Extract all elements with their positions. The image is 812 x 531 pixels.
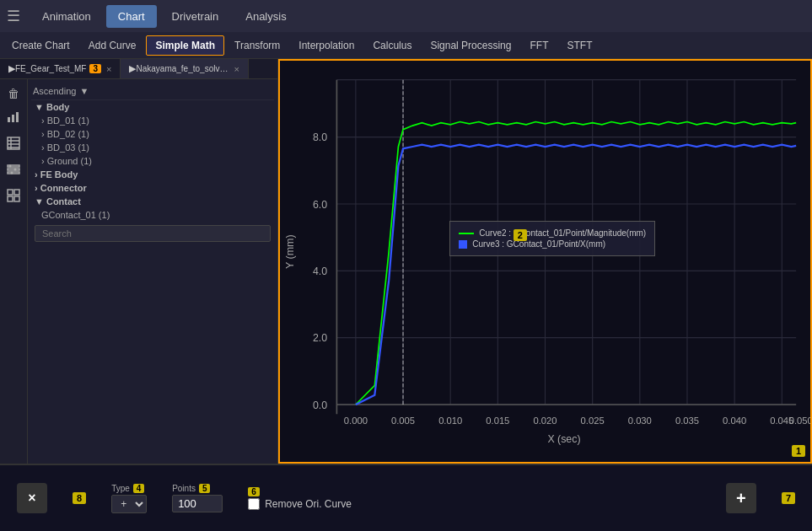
chart-area: B 0. <box>278 59 812 464</box>
tree-body[interactable]: ▼ Body <box>31 100 274 114</box>
tree-fe-body[interactable]: › FE Body <box>31 168 274 181</box>
menu-analysis[interactable]: Analysis <box>234 5 298 28</box>
tree-bd01[interactable]: › BD_01 (1) <box>31 114 274 127</box>
search-input[interactable] <box>35 225 271 242</box>
tree-bd02[interactable]: › BD_02 (1) <box>31 127 274 141</box>
menu-animation[interactable]: Animation <box>30 5 103 28</box>
points-value-row <box>172 495 223 512</box>
svg-text:Y (mm): Y (mm) <box>284 234 296 269</box>
delete-icon-btn[interactable]: 🗑 <box>2 83 25 105</box>
tab-fe-gear-close[interactable]: × <box>106 64 111 74</box>
type-field: Type 4 + <box>111 484 147 513</box>
tree-connector[interactable]: › Connector <box>31 181 274 195</box>
panel-icons: 🗑 <box>0 79 28 464</box>
btn-calculus[interactable]: Calculus <box>364 36 420 55</box>
svg-text:0.010: 0.010 <box>438 416 462 426</box>
tab-arrow: ▶ <box>8 63 15 74</box>
points-label-row: Points 5 <box>172 484 223 493</box>
legend-curve3-row: Curve3 : GContact_01/Point/X(mm) <box>459 239 646 249</box>
svg-rect-2 <box>16 112 19 122</box>
svg-text:0.000: 0.000 <box>344 416 368 426</box>
points-input[interactable] <box>172 495 223 512</box>
svg-text:0.015: 0.015 <box>486 416 509 426</box>
btn-simple-math[interactable]: Simple Math <box>146 35 224 56</box>
chart-view-btn[interactable] <box>2 106 25 131</box>
remove-field: 6 Remove Ori. Curve <box>248 487 352 510</box>
chart-svg: 0.0 2.0 4.0 6.0 8.0 0.000 0.005 0.010 0.… <box>280 61 810 462</box>
tab-nakayama-label: Nakayama_fe_to_solver_BRJR_rotation_1 <box>136 64 229 73</box>
sort-arrow-icon: ▼ <box>79 86 89 96</box>
tab-fe-gear[interactable]: ▶ FE_Gear_Test_MF 3 × <box>0 59 121 78</box>
svg-rect-9 <box>8 169 19 170</box>
legend-check-icon <box>459 240 467 249</box>
legend-box: Curve2 : GContact_01/Point/Magnitude(mm)… <box>449 221 655 256</box>
btn-create-chart[interactable]: Create Chart <box>3 36 78 55</box>
btn-transform[interactable]: Transform <box>226 36 288 55</box>
legend-curve2-row: Curve2 : GContact_01/Point/Magnitude(mm) <box>459 228 646 238</box>
hamburger-menu[interactable]: ☰ <box>7 7 20 25</box>
svg-text:4.0: 4.0 <box>313 266 327 277</box>
chart-badge-2: 2 <box>514 229 527 241</box>
badge-6: 6 <box>248 487 260 496</box>
type-value-row: + <box>111 495 147 513</box>
svg-rect-10 <box>8 172 19 174</box>
svg-text:2.0: 2.0 <box>313 332 327 344</box>
panel-content: Ascending ▼ ▼ Body › BD_01 (1) › BD_02 (… <box>28 79 277 464</box>
svg-text:0.035: 0.035 <box>675 416 699 426</box>
svg-text:6.0: 6.0 <box>313 198 327 210</box>
svg-text:0.050: 0.050 <box>789 416 810 426</box>
menu-chart[interactable]: Chart <box>106 5 157 28</box>
left-panel: ▶ FE_Gear_Test_MF 3 × ▶ Nakayama_fe_to_s… <box>0 59 278 464</box>
svg-rect-17 <box>14 196 19 201</box>
btn-signal-processing[interactable]: Signal Processing <box>422 36 519 55</box>
add-label: + <box>736 489 746 508</box>
tab-fe-gear-badge: 3 <box>89 64 101 73</box>
add-button[interactable]: + <box>726 483 756 513</box>
svg-rect-1 <box>12 115 14 122</box>
btn-fft[interactable]: FFT <box>521 36 557 55</box>
main-layout: ▶ FE_Gear_Test_MF 3 × ▶ Nakayama_fe_to_s… <box>0 59 812 464</box>
menu-drivetrain[interactable]: Drivetrain <box>160 5 231 28</box>
type-label: Type <box>111 484 130 493</box>
badge-4: 4 <box>133 484 145 493</box>
btn-add-curve[interactable]: Add Curve <box>80 36 145 55</box>
svg-point-12 <box>14 169 17 171</box>
legend-curve3-label: Curve3 : GContact_01/Point/X(mm) <box>472 239 605 249</box>
points-field: Points 5 <box>172 484 223 512</box>
badge-7: 7 <box>782 492 795 504</box>
remove-checkbox-label[interactable]: Remove Ori. Curve <box>248 498 352 510</box>
tab-arrow2: ▶ <box>129 63 136 74</box>
svg-text:0.0: 0.0 <box>313 399 327 410</box>
btn-interpolation[interactable]: Interpolation <box>290 36 363 55</box>
tree-contact[interactable]: ▼ Contact <box>31 195 274 208</box>
badge-8: 8 <box>73 492 86 504</box>
svg-rect-14 <box>8 190 13 195</box>
tab-nakayama[interactable]: ▶ Nakayama_fe_to_solver_BRJR_rotation_1 … <box>121 59 248 78</box>
close-button[interactable]: × <box>17 483 47 513</box>
bottom-bar: × 8 Type 4 + Points 5 6 Remove Ori. Cur <box>0 464 812 531</box>
tab-fe-gear-label: FE_Gear_Test_MF <box>15 64 86 73</box>
legend-curve2-label: Curve2 : GContact_01/Point/Magnitude(mm) <box>479 228 646 238</box>
sort-row[interactable]: Ascending ▼ <box>31 83 274 100</box>
compare-icon-btn[interactable] <box>2 185 25 209</box>
tree-bd03[interactable]: › BD_03 (1) <box>31 141 274 154</box>
svg-text:0.005: 0.005 <box>391 416 415 426</box>
table-view-btn[interactable] <box>2 132 25 157</box>
tab-nakayama-close[interactable]: × <box>234 64 239 74</box>
settings-icon-btn[interactable] <box>2 158 25 183</box>
btn-stft[interactable]: STFT <box>558 36 600 55</box>
svg-point-13 <box>11 172 13 174</box>
sort-label: Ascending <box>33 86 76 96</box>
points-label: Points <box>172 484 196 493</box>
close-label: × <box>28 491 35 506</box>
chart-badge-1: 1 <box>792 445 805 457</box>
remove-checkbox[interactable] <box>248 498 260 510</box>
badge-5: 5 <box>199 484 211 493</box>
svg-text:0.040: 0.040 <box>723 416 746 426</box>
sub-toolbar: Create Chart Add Curve Simple Math Trans… <box>0 32 812 59</box>
svg-text:0.020: 0.020 <box>533 416 557 426</box>
tabs-row: ▶ FE_Gear_Test_MF 3 × ▶ Nakayama_fe_to_s… <box>0 59 277 79</box>
type-select[interactable]: + <box>111 495 147 513</box>
tree-gcontact01[interactable]: GContact_01 (1) <box>31 208 274 222</box>
tree-ground[interactable]: › Ground (1) <box>31 154 274 168</box>
